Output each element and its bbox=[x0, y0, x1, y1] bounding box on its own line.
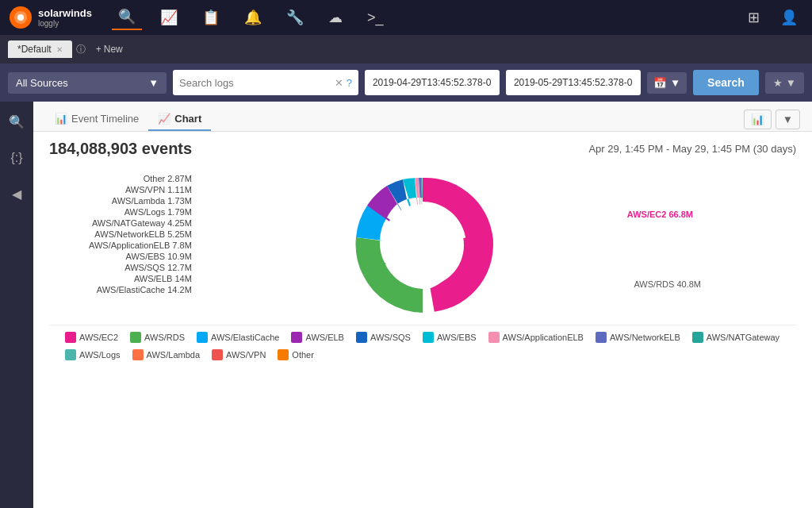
label-natgateway: AWS/NATGateway 4.25M bbox=[89, 218, 192, 228]
legend-color-networkelb bbox=[596, 332, 607, 343]
legend-color-vpn bbox=[212, 349, 223, 360]
label-sqs: AWS/SQS 12.7M bbox=[89, 263, 192, 272]
legend-color-logs bbox=[65, 349, 76, 360]
chart-action-button[interactable]: 📊 bbox=[744, 110, 772, 129]
date-picker-button[interactable]: 📅 ▼ bbox=[647, 72, 687, 94]
search-button[interactable]: Search bbox=[693, 70, 759, 95]
svg-point-2 bbox=[17, 14, 24, 21]
legend-elasticache: AWS/ElastiCache bbox=[197, 332, 279, 343]
tab-chart[interactable]: 📈 Chart bbox=[148, 108, 211, 131]
svg-point-3 bbox=[381, 204, 464, 287]
source-select-label: All Sources bbox=[16, 77, 68, 89]
tab-close-icon[interactable]: ✕ bbox=[56, 45, 63, 54]
label-rds: AWS/RDS 40.8M bbox=[634, 279, 701, 289]
legend-applicationelb: AWS/ApplicationELB bbox=[488, 332, 584, 343]
legend-color-elasticache bbox=[197, 332, 208, 343]
nav-terminal-icon[interactable]: >_ bbox=[361, 6, 390, 29]
date-range: Apr 29, 1:45 PM - May 29, 1:45 PM (30 da… bbox=[588, 143, 796, 155]
app-name: solarwinds bbox=[38, 7, 92, 19]
star-icon: ★ bbox=[773, 77, 783, 89]
sidebar-code-icon[interactable]: {:} bbox=[6, 146, 27, 170]
nav-alert-icon[interactable]: 🔔 bbox=[238, 6, 268, 29]
top-nav: solarwinds loggly 🔍 📈 📋 🔔 🔧 ☁ >_ ⊞ 👤 bbox=[0, 0, 812, 35]
donut-svg bbox=[343, 166, 502, 325]
search-input-wrap: ✕ ? bbox=[173, 70, 358, 95]
legend-color-sqs bbox=[356, 332, 367, 343]
search-clear-icon[interactable]: ✕ bbox=[335, 77, 343, 89]
search-bar: All Sources ▼ ✕ ? 📅 ▼ Search ★ ▼ bbox=[0, 64, 812, 102]
legend-logs: AWS/Logs bbox=[65, 349, 121, 360]
bookmark-button[interactable]: ★ ▼ bbox=[765, 72, 804, 94]
donut-labels-left: Other 2.87M AWS/VPN 1.11M AWS/Lambda 1.7… bbox=[89, 174, 192, 294]
nav-chart-icon[interactable]: 📈 bbox=[154, 6, 184, 29]
legend-elb: AWS/ELB bbox=[291, 332, 344, 343]
nav-user-icon[interactable]: 👤 bbox=[774, 6, 804, 29]
label-elasticache: AWS/ElastiCache 14.2M bbox=[89, 285, 192, 294]
legend-natgateway: AWS/NATGateway bbox=[692, 332, 779, 343]
nav-table-icon[interactable]: 📋 bbox=[196, 6, 226, 29]
content-tabs: 📊 Event Timeline 📈 Chart 📊 ▼ bbox=[33, 102, 812, 132]
timeline-icon: 📊 bbox=[55, 113, 67, 125]
logo-icon bbox=[8, 5, 33, 30]
label-lambda: AWS/Lambda 1.73M bbox=[89, 196, 192, 206]
date-chevron-icon: ▼ bbox=[670, 77, 680, 89]
label-applicationelb: AWS/ApplicationELB 7.8M bbox=[89, 241, 192, 250]
event-count: 184,088,903 events bbox=[49, 140, 192, 158]
main-layout: 🔍 {:} ◀ 📊 Event Timeline 📈 Chart 📊 ▼ 184… bbox=[0, 102, 812, 508]
legend-rds: AWS/RDS bbox=[130, 332, 185, 343]
label-networkelb: AWS/NetworkELB 5.25M bbox=[89, 229, 192, 239]
legend-color-other bbox=[278, 349, 289, 360]
label-other: Other 2.87M bbox=[89, 174, 192, 183]
chart-area: 184,088,903 events Apr 29, 1:45 PM - May… bbox=[33, 132, 812, 508]
legend-ebs: AWS/EBS bbox=[423, 332, 477, 343]
label-elb: AWS/ELB 14M bbox=[89, 274, 192, 283]
legend-lambda: AWS/Lambda bbox=[132, 349, 200, 360]
donut-chart-container: Other 2.87M AWS/VPN 1.11M AWS/Lambda 1.7… bbox=[49, 166, 796, 325]
chart-icon: 📈 bbox=[158, 113, 170, 125]
chart-header: 184,088,903 events Apr 29, 1:45 PM - May… bbox=[49, 140, 796, 158]
legend-color-lambda bbox=[132, 349, 144, 360]
date-from-input[interactable] bbox=[365, 70, 500, 95]
source-chevron-icon: ▼ bbox=[148, 77, 159, 89]
legend-ec2: AWS/EC2 bbox=[65, 332, 118, 343]
calendar-icon: 📅 bbox=[653, 77, 667, 89]
tab-event-timeline-label: Event Timeline bbox=[71, 113, 139, 125]
legend-color-applicationelb bbox=[488, 332, 500, 343]
tab-new-button[interactable]: + New bbox=[90, 40, 129, 58]
source-select[interactable]: All Sources ▼ bbox=[8, 72, 167, 94]
label-logs: AWS/Logs 1.79M bbox=[89, 207, 192, 217]
nav-cloud-icon[interactable]: ☁ bbox=[322, 6, 349, 29]
chart-legend: AWS/EC2 AWS/RDS AWS/ElastiCache AWS/ELB … bbox=[49, 325, 796, 367]
logo: solarwinds loggly bbox=[8, 5, 92, 30]
sidebar-arrow-icon[interactable]: ◀ bbox=[7, 182, 26, 206]
search-help-icon[interactable]: ? bbox=[347, 77, 352, 89]
legend-color-elb bbox=[291, 332, 302, 343]
tab-bar: *Default ✕ ⓘ + New bbox=[0, 35, 812, 64]
nav-tools-icon[interactable]: 🔧 bbox=[280, 6, 310, 29]
nav-search-icon[interactable]: 🔍 bbox=[112, 5, 142, 30]
label-ebs: AWS/EBS 10.9M bbox=[89, 252, 192, 261]
legend-vpn: AWS/VPN bbox=[212, 349, 266, 360]
legend-color-ebs bbox=[423, 332, 434, 343]
main-content: 📊 Event Timeline 📈 Chart 📊 ▼ 184,088,903… bbox=[33, 102, 812, 508]
tab-default-label: *Default bbox=[17, 44, 52, 55]
legend-sqs: AWS/SQS bbox=[356, 332, 411, 343]
search-input[interactable] bbox=[179, 77, 335, 89]
legend-color-rds bbox=[130, 332, 141, 343]
label-vpn: AWS/VPN 1.11M bbox=[89, 185, 192, 194]
legend-color-ec2 bbox=[65, 332, 76, 343]
legend-networkelb: AWS/NetworkELB bbox=[596, 332, 680, 343]
date-to-input[interactable] bbox=[506, 70, 641, 95]
tab-chart-label: Chart bbox=[174, 113, 201, 125]
left-sidebar: 🔍 {:} ◀ bbox=[0, 102, 33, 508]
tab-info-icon[interactable]: ⓘ bbox=[76, 43, 86, 56]
bookmark-chevron-icon: ▼ bbox=[786, 77, 796, 89]
tab-new-label: New bbox=[104, 44, 123, 55]
tab-event-timeline[interactable]: 📊 Event Timeline bbox=[45, 108, 148, 131]
legend-color-natgateway bbox=[692, 332, 703, 343]
label-ec2: AWS/EC2 66.8M bbox=[627, 210, 693, 219]
nav-grid-icon[interactable]: ⊞ bbox=[741, 6, 766, 29]
sidebar-search-icon[interactable]: 🔍 bbox=[4, 110, 29, 134]
tab-default[interactable]: *Default ✕ bbox=[8, 40, 72, 58]
chart-options-button[interactable]: ▼ bbox=[776, 110, 800, 129]
